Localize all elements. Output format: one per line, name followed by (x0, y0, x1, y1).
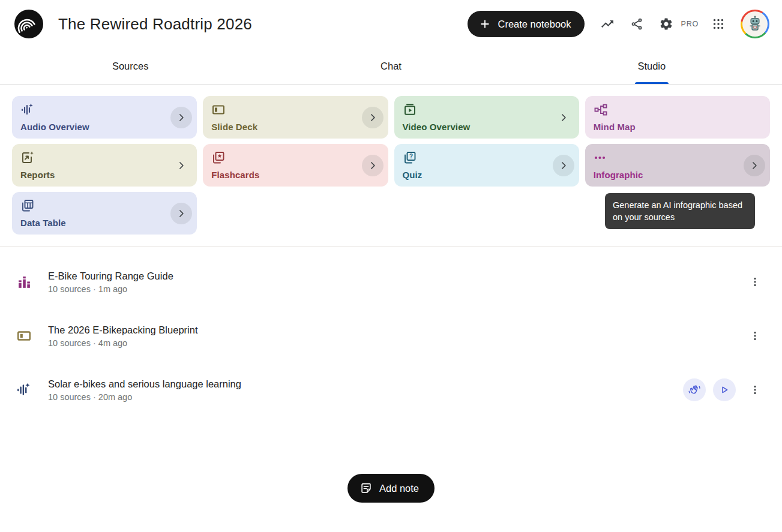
audio-waveform-sparkle-icon (20, 103, 35, 117)
studio-card-reports[interactable]: Reports (12, 144, 197, 187)
tab-studio-label: Studio (637, 61, 666, 72)
analytics-button[interactable] (595, 12, 619, 36)
studio-card-data-table[interactable]: Data Table (12, 192, 197, 235)
artifact-title: E-Bike Touring Range Guide (48, 270, 743, 282)
infographic-tooltip: Generate an AI infographic based on your… (605, 193, 755, 229)
header-icons: PRO (595, 10, 770, 38)
panel-tabbar: Sources Chat Studio (0, 48, 782, 85)
notebooklm-app: The Rewired Roadtrip 2026 Create noteboo… (0, 0, 782, 532)
artifact-title: Solar e-bikes and serious language learn… (48, 378, 683, 390)
audio-waveform-artifact-icon (16, 382, 32, 398)
settings-button[interactable] (654, 12, 678, 36)
tab-chat[interactable]: Chat (260, 48, 521, 84)
add-note-button[interactable]: Add note (347, 474, 435, 503)
more-vert-icon (749, 330, 761, 342)
trending-up-icon (600, 17, 615, 31)
interactive-mode-button[interactable] (683, 378, 706, 401)
slide-deck-icon (211, 103, 226, 117)
app-header: The Rewired Roadtrip 2026 Create noteboo… (0, 0, 782, 48)
studio-card-infographic[interactable]: Infographic (585, 144, 770, 187)
slide-deck-artifact-icon (16, 328, 32, 344)
card-label: Reports (20, 170, 170, 180)
quiz-icon: ? (403, 151, 417, 165)
artifact-title: The 2026 E-Bikepacking Blueprint (48, 324, 743, 336)
card-label: Video Overview (403, 122, 553, 132)
infographic-bars-icon (16, 275, 32, 290)
card-label: Audio Overview (20, 122, 170, 132)
card-label: Quiz (403, 170, 553, 180)
more-vert-icon (749, 276, 761, 288)
studio-card-slide-deck[interactable]: Slide Deck (203, 96, 388, 139)
reports-icon (20, 151, 35, 165)
active-tab-underline (635, 82, 669, 84)
card-label: Mind Map (594, 122, 765, 132)
card-label: Slide Deck (211, 122, 361, 132)
studio-footer: Add note (0, 474, 782, 503)
studio-artifact-list: E-Bike Touring Range Guide 10 sources · … (0, 247, 782, 417)
studio-card-video-overview[interactable]: Video Overview (394, 96, 579, 139)
create-notebook-button[interactable]: Create notebook (468, 11, 584, 37)
artifact-menu-button[interactable] (743, 270, 767, 294)
chevron-right-icon[interactable] (744, 155, 765, 176)
mind-map-icon (594, 103, 608, 117)
artifact-meta: 10 sources · 1m ago (48, 284, 743, 294)
play-audio-button[interactable] (713, 378, 736, 401)
chevron-right-icon[interactable] (553, 155, 574, 176)
notebook-title[interactable]: The Rewired Roadtrip 2026 (58, 15, 252, 34)
more-vert-icon (749, 384, 761, 396)
flashcards-icon (211, 151, 226, 165)
studio-card-audio-overview[interactable]: Audio Overview (12, 96, 197, 139)
artifact-menu-button[interactable] (743, 378, 767, 402)
card-label: Infographic (594, 170, 744, 180)
data-table-icon (20, 199, 35, 213)
account-avatar[interactable] (741, 10, 769, 38)
studio-card-mind-map[interactable]: Mind Map (585, 96, 770, 139)
artifact-meta: 10 sources · 20m ago (48, 392, 683, 402)
create-notebook-label: Create notebook (498, 19, 571, 30)
gear-icon (659, 17, 673, 31)
add-note-label: Add note (379, 483, 419, 494)
apps-grid-icon (712, 17, 725, 31)
chevron-right-icon[interactable] (170, 107, 192, 128)
share-button[interactable] (625, 12, 649, 36)
logo-wave-icon (14, 10, 43, 38)
chevron-right-icon[interactable] (362, 107, 383, 128)
card-label: Flashcards (211, 170, 361, 180)
tab-chat-label: Chat (380, 61, 402, 72)
note-icon (359, 482, 373, 495)
chevron-right-icon[interactable] (362, 155, 383, 176)
notebooklm-logo[interactable] (14, 10, 43, 38)
artifact-row-slide-deck[interactable]: The 2026 E-Bikepacking Blueprint 10 sour… (0, 309, 782, 363)
tab-studio[interactable]: Studio (522, 48, 782, 84)
svg-text:?: ? (409, 153, 412, 160)
avatar-robot-image (742, 11, 768, 37)
artifact-menu-button[interactable] (743, 324, 767, 348)
play-icon (718, 384, 730, 396)
chevron-right-icon[interactable] (170, 203, 192, 224)
google-apps-button[interactable] (706, 12, 730, 36)
artifact-row-infographic[interactable]: E-Bike Touring Range Guide 10 sources · … (0, 255, 782, 309)
share-icon (630, 17, 643, 31)
interactive-hand-icon (688, 384, 700, 396)
studio-card-quiz[interactable]: ? Quiz (394, 144, 579, 187)
tab-sources-label: Sources (112, 61, 149, 72)
card-label: Data Table (20, 218, 170, 228)
artifact-meta: 10 sources · 4m ago (48, 338, 743, 348)
loading-dots-icon (594, 151, 608, 165)
plus-icon (478, 17, 492, 31)
video-overview-icon (403, 103, 417, 117)
artifact-row-audio-overview[interactable]: Solar e-bikes and serious language learn… (0, 363, 782, 417)
chevron-right-icon[interactable] (170, 155, 192, 176)
tab-sources[interactable]: Sources (0, 48, 260, 84)
studio-card-flashcards[interactable]: Flashcards (203, 144, 388, 187)
pro-badge: PRO (681, 20, 699, 28)
chevron-right-icon[interactable] (553, 107, 574, 128)
